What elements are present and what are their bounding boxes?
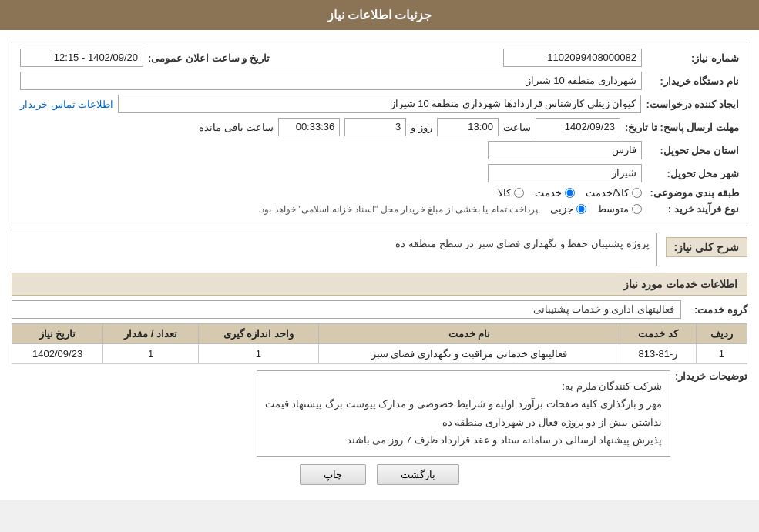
col-service-name: نام خدمت (318, 324, 620, 344)
province-value: فارس (488, 141, 642, 159)
send-date-row: مهلت ارسال پاسخ: تا تاریخ: 1402/09/23 سا… (20, 118, 739, 136)
buttons-row: بازگشت چاپ (12, 464, 747, 485)
purchase-motevaset-radio[interactable] (632, 204, 642, 214)
buyer-notes-line: مهر و بارگذاری کلیه صفحات برآورد اولیه و… (265, 395, 662, 413)
category-kala-radio[interactable] (514, 188, 524, 198)
remaining-value: 00:33:36 (278, 118, 340, 136)
page-title: جزئیات اطلاعات نیاز (327, 8, 432, 22)
buyer-org-label: نام دستگاه خریدار: (646, 75, 739, 87)
announce-date-value: 1402/09/20 - 12:15 (20, 49, 143, 67)
table-row: 1ز-81-813فعالیتهای خدماتی مراقبت و نگهدا… (12, 344, 747, 364)
back-button[interactable]: بازگشت (377, 464, 459, 485)
category-kala-khedmat[interactable]: کالا/خدمت (586, 187, 642, 199)
send-day-label: روز و (411, 122, 432, 133)
purchase-jozei[interactable]: جزیی (550, 203, 586, 215)
category-row: طبقه بندی موضوعی: کالا/خدمت خدمت کالا (20, 187, 739, 199)
category-khedmat[interactable]: خدمت (535, 187, 575, 199)
send-date-label: مهلت ارسال پاسخ: تا تاریخ: (625, 122, 739, 133)
remaining-label: ساعت باقی مانده (199, 122, 274, 133)
need-number-row: شماره نیاز: 1102099408000082 تاریخ و ساع… (20, 49, 739, 67)
category-label: طبقه بندی موضوعی: (646, 187, 739, 199)
creator-label: ایجاد کننده درخواست: (646, 99, 739, 110)
form-section: شماره نیاز: 1102099408000082 تاریخ و ساع… (12, 42, 747, 226)
purchase-type-radio-group: متوسط جزیی (550, 203, 642, 215)
creator-row: ایجاد کننده درخواست: کیوان زینلی کارشناس… (20, 95, 739, 113)
province-label: استان محل تحویل: (646, 145, 739, 156)
need-number-label: شماره نیاز: (646, 52, 739, 64)
col-quantity: تعداد / مقدار (103, 324, 199, 344)
need-description-value: پروژه پشتیبان حفظ و نگهداری فضای سبز در … (12, 233, 657, 266)
page-header: جزئیات اطلاعات نیاز (0, 0, 759, 30)
col-service-code: کد خدمت (620, 324, 696, 344)
buyer-notes-line: نداشتن بیش از دو پروژه فعال در شهرداری م… (265, 413, 662, 431)
purchase-type-label: نوع فرآیند خرید : (646, 203, 739, 215)
buyer-notes-content: شرکت کنندگان ملزم به:مهر و بارگذاری کلیه… (257, 370, 670, 457)
category-khedmat-label: خدمت (535, 187, 562, 199)
buyer-notes-line: پذیرش پیشنهاد ارسالی در سامانه ستاد و عق… (265, 431, 662, 449)
col-unit: واحد اندازه گیری (198, 324, 318, 344)
purchase-motevaset[interactable]: متوسط (597, 203, 642, 215)
category-kala-khedmat-label: کالا/خدمت (586, 187, 629, 199)
need-number-value: 1102099408000082 (503, 49, 642, 67)
service-group-value: فعالیتهای اداری و خدمات پشتیبانی (12, 300, 681, 319)
creator-link[interactable]: اطلاعات تماس خریدار (20, 99, 113, 110)
need-description-row: شرح کلی نیاز: پروژه پشتیبان حفظ و نگهدار… (12, 233, 747, 266)
service-info-section: گروه خدمت: فعالیتهای اداری و خدمات پشتیب… (12, 300, 747, 364)
buyer-org-row: نام دستگاه خریدار: شهرداری منطقه 10 شیرا… (20, 72, 739, 90)
purchase-jozei-radio[interactable] (576, 204, 586, 214)
col-row-num: ردیف (696, 324, 747, 344)
category-radio-group: کالا/خدمت خدمت کالا (498, 187, 642, 199)
category-kala-label: کالا (498, 187, 511, 199)
province-row: استان محل تحویل: فارس (20, 141, 739, 159)
purchase-jozei-label: جزیی (550, 203, 573, 215)
send-date-value: 1402/09/23 (536, 118, 620, 136)
page-wrapper: جزئیات اطلاعات نیاز شماره نیاز: 11020994… (0, 0, 759, 500)
service-group-row: گروه خدمت: فعالیتهای اداری و خدمات پشتیب… (12, 300, 747, 319)
send-day-value: 3 (344, 118, 406, 136)
send-date-time-group: 1402/09/23 ساعت 13:00 روز و 3 00:33:36 س… (20, 118, 620, 136)
buyer-notes-label: توضیحات خریدار: (675, 370, 747, 382)
service-group-label: گروه خدمت: (686, 304, 747, 316)
service-info-title: اطلاعات خدمات مورد نیاز (12, 273, 747, 296)
send-time-label: ساعت (503, 122, 531, 133)
buyer-notes-line: شرکت کنندگان ملزم به: (265, 377, 662, 395)
need-description-title: شرح کلی نیاز: (666, 237, 747, 257)
service-table: ردیف کد خدمت نام خدمت واحد اندازه گیری ت… (12, 323, 747, 364)
buyer-notes-row: توضیحات خریدار: شرکت کنندگان ملزم به:مهر… (12, 370, 747, 457)
category-khedmat-radio[interactable] (565, 188, 575, 198)
purchase-note: پرداخت تمام یا بخشی از مبلغ خریدار محل "… (258, 204, 538, 215)
send-time-value: 13:00 (437, 118, 499, 136)
buyer-org-value: شهرداری منطقه 10 شیراز (20, 72, 642, 90)
purchase-motevaset-label: متوسط (597, 203, 629, 215)
col-date: تاریخ نیاز (12, 324, 103, 344)
announce-date-label: تاریخ و ساعت اعلان عمومی: (148, 52, 270, 64)
main-content: شماره نیاز: 1102099408000082 تاریخ و ساع… (0, 38, 759, 500)
category-kala-khedmat-radio[interactable] (632, 188, 642, 198)
city-value: شیراز (488, 164, 642, 182)
purchase-type-row: نوع فرآیند خرید : متوسط جزیی پرداخت تمام… (20, 203, 739, 215)
creator-value: کیوان زینلی کارشناس قراردادها شهرداری من… (118, 95, 641, 113)
print-button[interactable]: چاپ (300, 464, 366, 485)
city-row: شهر محل تحویل: شیراز (20, 164, 739, 182)
table-header-row: ردیف کد خدمت نام خدمت واحد اندازه گیری ت… (12, 324, 747, 344)
category-kala[interactable]: کالا (498, 187, 524, 199)
city-label: شهر محل تحویل: (646, 168, 739, 179)
